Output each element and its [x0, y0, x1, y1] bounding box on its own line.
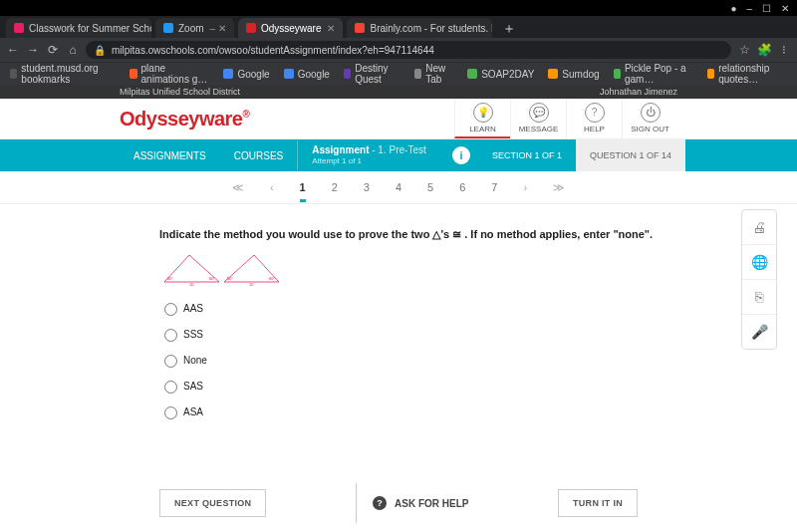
ask-for-help-button[interactable]: ? ASK FOR HELP — [373, 496, 468, 510]
answer-option[interactable]: ASA — [159, 403, 677, 419]
radio-input[interactable] — [164, 329, 177, 342]
next-question-button[interactable]: NEXT QUESTION — [159, 489, 266, 517]
favicon — [246, 23, 256, 33]
svg-text:10: 10 — [249, 282, 254, 287]
browser-tabstrip: Classwork for Summer School M✕Zoom– ✕Ody… — [0, 16, 797, 38]
option-label: AAS — [183, 303, 203, 314]
close-icon[interactable]: ✕ — [327, 23, 335, 34]
forward-icon[interactable]: → — [26, 43, 40, 57]
answer-option[interactable]: SAS — [159, 378, 677, 394]
bookmark-label: Google — [298, 69, 330, 80]
school-info-bar: Milpitas Unified School District Johnath… — [0, 85, 797, 99]
pager-num-5[interactable]: 5 — [427, 181, 433, 193]
menu-dots-icon[interactable]: ⁝ — [777, 43, 791, 57]
info-icon[interactable]: i — [452, 146, 470, 164]
window-titlebar: ● – ☐ ✕ — [0, 0, 797, 16]
svg-text:10: 10 — [189, 282, 194, 287]
answer-options: AASSSSNoneSASASA — [159, 300, 677, 419]
close-icon[interactable]: – ✕ — [210, 23, 226, 34]
window-min-icon[interactable]: – — [746, 3, 752, 14]
favicon — [355, 23, 365, 33]
address-bar[interactable]: 🔒 milpitas.owschools.com/owsoo/studentAs… — [86, 41, 731, 59]
pager-num-1[interactable]: 1 — [300, 181, 306, 202]
bottom-action-bar: NEXT QUESTION ? ASK FOR HELP TURN IT IN — [0, 482, 797, 524]
header-tool-sign-out[interactable]: ⏻SIGN OUT — [622, 100, 677, 138]
tool-icon: ⏻ — [641, 103, 661, 123]
bookmark-item[interactable]: New Tab — [414, 63, 453, 85]
radio-input[interactable] — [164, 406, 177, 419]
bookmark-item[interactable]: plane animations g… — [130, 63, 209, 85]
turn-it-in-button[interactable]: TURN IT IN — [558, 489, 638, 517]
bookmark-item[interactable]: Destiny Quest — [344, 63, 400, 85]
district-name: Milpitas Unified School District — [120, 87, 240, 97]
nav-courses[interactable]: COURSES — [220, 150, 297, 161]
bookmark-icon — [10, 69, 17, 79]
print-icon[interactable]: 🖨 — [742, 210, 776, 245]
pager-num-6[interactable]: 6 — [459, 181, 465, 193]
bookmark-icon — [614, 69, 621, 79]
tool-icon: 💬 — [529, 103, 549, 123]
bookmark-label: Pickle Pop - a gam… — [625, 63, 693, 85]
tool-label: LEARN — [455, 125, 510, 133]
bookmark-item[interactable]: Sumdog — [548, 69, 599, 80]
bookmark-label: student.musd.org bookmarks — [21, 63, 116, 85]
section-indicator: SECTION 1 OF 1 — [478, 150, 576, 160]
pager-num-4[interactable]: 4 — [396, 181, 401, 193]
tab-label: Odysseyware — [261, 23, 322, 34]
pager-num-3[interactable]: 3 — [364, 181, 370, 193]
pager-num-7[interactable]: 7 — [491, 181, 497, 193]
window-close-icon[interactable]: ✕ — [781, 3, 789, 14]
bookmark-label: SOAP2DAY — [481, 69, 534, 80]
back-icon[interactable]: ← — [6, 43, 20, 57]
bookmark-item[interactable]: Google — [223, 69, 269, 80]
radio-input[interactable] — [164, 303, 177, 316]
browser-tab[interactable]: Odysseyware✕ — [238, 18, 344, 38]
bookmark-item[interactable]: Pickle Pop - a gam… — [614, 63, 693, 85]
bookmark-item[interactable]: relationship quotes… — [707, 63, 787, 85]
pager-first-arrow[interactable]: ≪ — [232, 181, 244, 194]
browser-tab[interactable]: Classwork for Summer School M✕ — [6, 18, 151, 38]
pager-prev-arrow[interactable]: ‹ — [270, 181, 274, 193]
bookmark-icon — [130, 69, 136, 79]
answer-option[interactable]: None — [159, 352, 677, 368]
favicon — [14, 23, 24, 33]
assignment-nav-bar: ASSIGNMENTS COURSES Assignment - 1. Pre-… — [0, 139, 797, 171]
bookmark-icon — [284, 69, 294, 79]
reload-icon[interactable]: ⟳ — [46, 43, 60, 57]
header-tool-message[interactable]: 💬MESSAGE — [510, 100, 566, 138]
option-label: None — [183, 355, 207, 366]
bookmark-star-icon[interactable]: ☆ — [737, 43, 751, 57]
radio-input[interactable] — [164, 355, 177, 368]
radio-input[interactable] — [164, 381, 177, 394]
pager-last-arrow[interactable]: ≫ — [553, 181, 565, 194]
nav-assignments[interactable]: ASSIGNMENTS — [120, 150, 220, 161]
window-max-icon[interactable]: ☐ — [762, 3, 771, 14]
answer-option[interactable]: SSS — [159, 326, 677, 342]
bookmark-item[interactable]: SOAP2DAY — [467, 69, 534, 80]
pager-num-2[interactable]: 2 — [332, 181, 338, 193]
header-tool-help[interactable]: ?HELP — [566, 100, 622, 138]
header-tool-learn[interactable]: 💡LEARN — [454, 100, 510, 138]
new-tab-button[interactable]: ＋ — [496, 20, 522, 38]
home-icon[interactable]: ⌂ — [66, 43, 80, 57]
browser-tab[interactable]: Brainly.com - For students. By st✕ — [347, 18, 492, 38]
tool-label: SIGN OUT — [623, 125, 677, 133]
bookmark-icon — [548, 69, 558, 79]
question-prompt: Indicate the method you would use to pro… — [159, 228, 677, 241]
browser-tab[interactable]: Zoom– ✕ — [155, 18, 234, 38]
option-label: SAS — [183, 381, 203, 392]
svg-text:60°: 60° — [167, 276, 173, 281]
bookmark-item[interactable]: Google — [284, 69, 330, 80]
assignment-info: Assignment - 1. Pre-Test Attempt 1 of 1 — [297, 140, 439, 170]
triangle-diagram: 60° 60° 60° 60° 10 10 — [159, 247, 289, 287]
answer-option[interactable]: AAS — [159, 300, 677, 316]
extensions-icon[interactable]: 🧩 — [757, 43, 771, 57]
mic-icon[interactable]: 🎤 — [742, 315, 776, 349]
bookmark-item[interactable]: student.musd.org bookmarks — [10, 63, 116, 85]
pager-next-arrow[interactable]: › — [523, 181, 527, 193]
translate-icon[interactable]: ⎘ — [742, 280, 776, 315]
globe-icon[interactable]: 🌐 — [742, 245, 776, 280]
bookmark-icon — [467, 69, 477, 79]
bookmark-icon — [223, 69, 233, 79]
tool-icon: ? — [585, 103, 605, 123]
